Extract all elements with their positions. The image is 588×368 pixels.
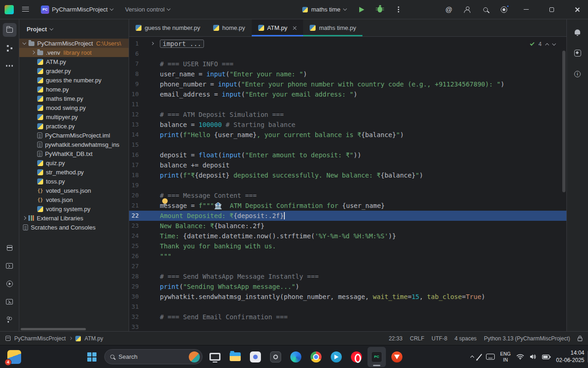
tree-item-pywhatkit-db-txt[interactable]: PyWhatKit_DB.txt	[19, 149, 129, 158]
tree-item-maths-time-py[interactable]: maths time.py	[19, 94, 129, 103]
inspections-widget[interactable]: 4	[527, 40, 558, 48]
tree-item-voting-system-py[interactable]: voting system.py	[19, 204, 129, 213]
editor-line[interactable]: 10email_address = input("Enter your emai…	[129, 89, 566, 99]
editor-line[interactable]: 12# === ATM Deposit Simulation ===	[129, 109, 566, 120]
taskbar-telegram-button[interactable]	[327, 347, 345, 367]
editor-line[interactable]: 31	[129, 302, 566, 312]
editor-line[interactable]: 28# === Send WhatsApp Message Instantly …	[129, 271, 566, 282]
taskbar-app-dark-button[interactable]	[266, 347, 285, 367]
taskbar-edge-button[interactable]	[287, 347, 305, 367]
search-everywhere-button[interactable]	[479, 3, 492, 17]
tree-item-pycharmmiscproject-iml[interactable]: PyCharmMiscProject.iml	[19, 131, 129, 140]
editor-line[interactable]: 23New Balance: ₹{balance:.2f}	[129, 221, 566, 231]
tool-more-button[interactable]	[3, 59, 17, 73]
touch-keyboard-icon[interactable]	[486, 354, 495, 360]
editor-line[interactable]: 14print(f"Hello {user_name}, your curren…	[129, 130, 566, 140]
taskbar-opera-button[interactable]	[347, 347, 366, 367]
settings-button[interactable]	[497, 3, 511, 17]
editor-line[interactable]: 33	[129, 322, 566, 331]
tree-item-atm-py[interactable]: ATM.py	[19, 57, 129, 66]
breadcrumb-file[interactable]: ATM.py	[85, 335, 103, 342]
debug-button[interactable]	[373, 3, 387, 17]
run-button[interactable]	[355, 3, 368, 17]
tree-item-guess-the-number-py[interactable]: guess the number.py	[19, 75, 129, 85]
editor-line[interactable]: 13balance = 100000 # Starting balance	[129, 120, 566, 130]
editor-line[interactable]: 7# === USER INFO ===	[129, 59, 566, 69]
tree-chevron-icon[interactable]	[23, 216, 26, 220]
battery-icon[interactable]	[542, 355, 551, 359]
volume-icon[interactable]	[530, 354, 537, 360]
tree-chevron-icon[interactable]	[31, 51, 35, 54]
code-with-me-button[interactable]	[442, 3, 456, 17]
taskbar-brave-button[interactable]	[388, 347, 406, 367]
maximize-button[interactable]	[541, 0, 562, 19]
tool-ai-button[interactable]	[571, 46, 584, 60]
tree-item-grader-py[interactable]: grader.py	[19, 66, 129, 75]
tab-guess-the-number-py[interactable]: guess the number.py	[129, 19, 207, 36]
editor-line[interactable]: 29print("Sending WhatsApp message...")	[129, 282, 566, 292]
vertical-scrollbar[interactable]	[562, 51, 565, 192]
file-encoding[interactable]: UTF-8	[432, 335, 447, 342]
tool-project-button[interactable]	[3, 23, 17, 37]
tree-item-votes-json[interactable]: votes.json	[19, 195, 129, 204]
caret-position[interactable]: 22:33	[389, 335, 402, 342]
editor-line[interactable]: 32# === Send Email Confirmation ===	[129, 312, 566, 322]
editor-line[interactable]: 16deposit = float(input("Enter amount to…	[129, 150, 566, 160]
tree-item-mood-swing-py[interactable]: mood swing.py	[19, 103, 129, 112]
editor-line[interactable]: 27	[129, 261, 566, 271]
tool-problems-button[interactable]	[571, 67, 584, 81]
pen-icon[interactable]	[479, 353, 480, 360]
tree-item-voted-users-json[interactable]: voted_users.json	[19, 186, 129, 195]
tree-item-toss-py[interactable]: toss.py	[19, 177, 129, 186]
tree-chevron-icon[interactable]	[23, 40, 26, 44]
minimize-button[interactable]	[515, 0, 537, 19]
previous-problem-icon[interactable]	[545, 43, 549, 46]
editor-line[interactable]: 30pywhatkit.sendwhatmsg_instantly(phone_…	[129, 292, 566, 302]
project-widget-button[interactable]: PC PyCharmMiscProject	[37, 3, 117, 16]
tree-item-pycharmmiscproject[interactable]: PyCharmMiscProjectC:\Users\	[19, 39, 129, 48]
wifi-icon[interactable]	[516, 354, 524, 360]
main-menu-button[interactable]	[18, 5, 33, 14]
code-editor[interactable]: 1import ...67# === USER INFO ===8user_na…	[129, 37, 566, 331]
tree-item-scratches-and-consoles[interactable]: Scratches and Consoles	[19, 223, 129, 232]
language-switcher[interactable]: ENG IN	[500, 351, 511, 362]
editor-line[interactable]: 17balance += deposit	[129, 160, 566, 170]
next-problem-icon[interactable]	[552, 41, 556, 45]
editor-line[interactable]: 6	[129, 49, 566, 59]
tree-item-external-libraries[interactable]: External Libraries	[19, 213, 129, 223]
editor-line[interactable]: 20# === Message Content ===	[129, 190, 566, 201]
intention-bulb-icon[interactable]	[162, 198, 168, 204]
python-interpreter[interactable]: Python 3.13 (PyCharmMiscProject)	[484, 335, 570, 342]
tool-notifications-button[interactable]	[571, 25, 584, 39]
tool-packages-button[interactable]	[3, 241, 17, 255]
project-panel-header[interactable]: Project	[19, 19, 129, 39]
tool-run-button[interactable]	[3, 277, 17, 291]
taskbar-app-light-button[interactable]	[246, 347, 265, 367]
start-button[interactable]	[83, 347, 101, 367]
editor-line[interactable]: 22Amount Deposited: ₹{deposit:.2f}	[129, 211, 566, 221]
taskbar-pycharm-button[interactable]: PC	[368, 347, 386, 367]
taskbar-task-view-button[interactable]	[206, 347, 224, 367]
editor-line[interactable]: 11	[129, 99, 566, 109]
taskbar-search-box[interactable]: Search	[104, 349, 203, 364]
lock-icon[interactable]	[577, 335, 582, 341]
version-control-button[interactable]: Version control	[121, 4, 174, 15]
breadcrumb-project[interactable]: PyCharmMiscProject	[14, 335, 66, 342]
taskbar-clock[interactable]: 14:04 02-06-2025	[556, 350, 584, 364]
more-run-options-button[interactable]	[391, 3, 405, 17]
horizontal-scrollbar[interactable]	[21, 328, 86, 330]
line-ending[interactable]: CRLF	[410, 335, 424, 342]
editor-line[interactable]: 18print(f"₹{deposit} deposited successfu…	[129, 170, 566, 180]
tool-git-button[interactable]	[3, 313, 17, 327]
editor-line[interactable]: 8user_name = input("Enter your name: ")	[129, 69, 566, 79]
tray-overflow-button[interactable]	[471, 355, 474, 359]
editor-line[interactable]: 24Time: {datetime.datetime.now().strftim…	[129, 231, 566, 241]
add-user-button[interactable]	[460, 3, 474, 17]
editor-line[interactable]: 19	[129, 180, 566, 190]
run-configuration-selector[interactable]: maths time	[299, 4, 350, 15]
editor-line[interactable]: 25Thank you for banking with us.	[129, 241, 566, 251]
editor-line[interactable]: 15	[129, 140, 566, 150]
editor-line[interactable]: 1import ...	[129, 39, 566, 49]
tree-item-venv[interactable]: .venvlibrary root	[19, 48, 129, 57]
tree-item-quiz-py[interactable]: quiz.py	[19, 158, 129, 167]
